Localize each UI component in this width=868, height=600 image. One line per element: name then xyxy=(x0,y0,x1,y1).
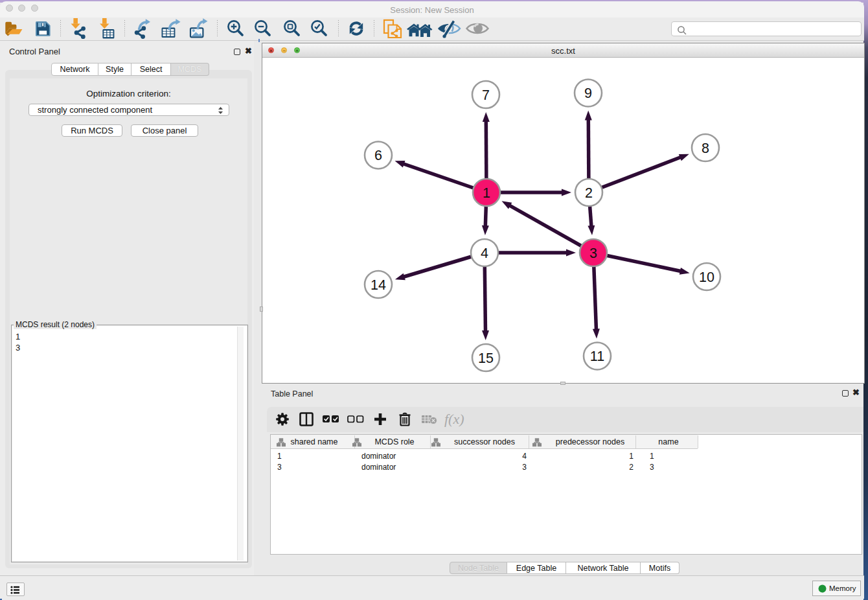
svg-text:1: 1 xyxy=(483,185,490,201)
svg-text:11: 11 xyxy=(590,349,604,364)
svg-text:7: 7 xyxy=(482,87,490,103)
svg-text:9: 9 xyxy=(584,86,592,101)
svg-text:3: 3 xyxy=(589,246,597,261)
svg-text:14: 14 xyxy=(371,277,386,293)
svg-text:6: 6 xyxy=(374,148,382,163)
svg-text:15: 15 xyxy=(478,351,494,366)
svg-text:2: 2 xyxy=(585,185,593,201)
svg-text:10: 10 xyxy=(699,270,714,285)
svg-text:4: 4 xyxy=(481,246,488,261)
svg-text:8: 8 xyxy=(702,141,709,156)
